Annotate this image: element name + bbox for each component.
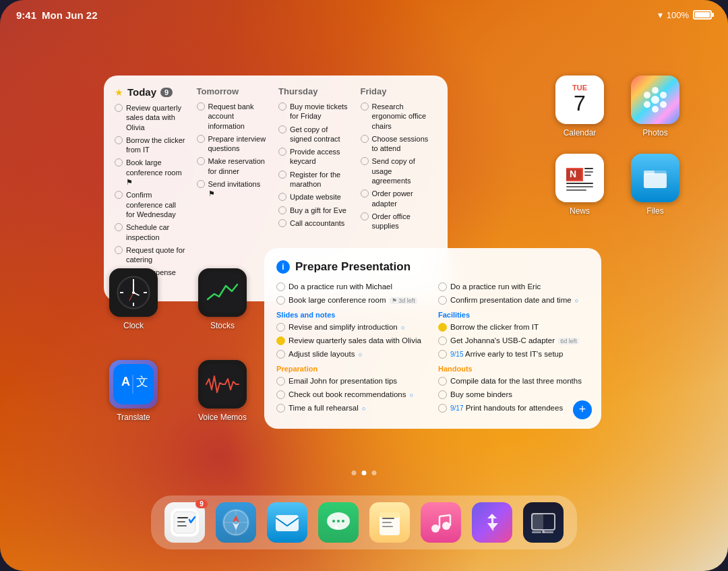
files-label: Files [646, 206, 663, 216]
list-item: Do a practice run with Eric [438, 282, 589, 292]
list-item: Order office supplies [361, 212, 432, 231]
dock: 9 [151, 495, 577, 549]
svg-rect-10 [584, 171, 593, 173]
dock-icon-omnifocus[interactable]: 9 [164, 502, 205, 543]
list-item: 9/15 Arrive early to test IT's setup [438, 349, 589, 359]
page-dot-1[interactable] [352, 471, 357, 475]
dock-icon-shortcuts[interactable] [472, 502, 512, 543]
app-icon-clock[interactable]: Clock [104, 268, 163, 330]
omnifocus-badge: 9 [195, 500, 208, 508]
svg-point-2 [660, 92, 667, 98]
list-item: Book large conference room ⚑ [115, 158, 186, 187]
handouts-section-label: Handouts [438, 365, 589, 373]
app-icon-stocks[interactable]: Stocks [193, 268, 252, 330]
svg-point-1 [652, 87, 659, 94]
calendar-icon: TUE 7 [555, 76, 604, 124]
list-item: Confirm conference call for Wednesday [115, 190, 186, 219]
status-icons: ▾ 100% [658, 9, 712, 20]
bottom-left-app-grid: Clock Stocks A 文 Translate [104, 268, 252, 422]
svg-rect-17 [644, 171, 655, 175]
today-badge: 9 [160, 88, 173, 97]
dock-icon-messages[interactable] [318, 502, 359, 543]
widget-title: Prepare Presentation [295, 260, 411, 274]
list-item: Review quarterly sales data with Olivia [276, 336, 427, 346]
voice-memos-label: Voice Memos [198, 413, 247, 422]
status-time: 9:41 [16, 9, 36, 21]
today-column: ★ Today 9 Review quarterly sales data wi… [115, 86, 191, 291]
svg-point-0 [651, 96, 659, 104]
page-dot-2[interactable] [362, 471, 367, 475]
svg-rect-53 [382, 518, 394, 519]
tomorrow-header: Tomorrow [197, 86, 268, 96]
app-icon-calendar[interactable]: TUE 7 Calendar [550, 76, 609, 138]
list-item: Check out book recommendations ○ [276, 390, 427, 400]
svg-rect-14 [566, 189, 586, 191]
app-icon-voice-memos[interactable]: Voice Memos [193, 360, 252, 422]
battery-percent: 100% [667, 10, 689, 20]
svg-point-6 [644, 92, 650, 98]
svg-point-57 [431, 524, 439, 533]
list-item: Research ergonomic office chairs [361, 102, 432, 131]
svg-point-3 [660, 101, 667, 108]
list-item: Choose sessions to attend [361, 134, 432, 154]
svg-text:文: 文 [136, 375, 148, 388]
svg-rect-38 [177, 521, 185, 522]
page-dot-3[interactable] [372, 471, 377, 475]
dock-icon-music[interactable] [421, 502, 461, 543]
voice-memos-icon [198, 360, 247, 409]
status-date: Mon Jun 22 [42, 9, 98, 21]
list-item: Send invitations ⚑ [197, 179, 268, 199]
list-item: Book large conference room ⚑ 3d left [276, 295, 427, 305]
dock-icon-mail[interactable] [267, 502, 307, 543]
app-icon-news[interactable]: N News [550, 154, 609, 216]
svg-rect-16 [644, 173, 667, 188]
app-icon-files[interactable]: Files [626, 154, 685, 216]
thursday-header: Thursday [278, 86, 350, 96]
svg-rect-54 [382, 522, 392, 523]
app-icon-translate[interactable]: A 文 Translate [104, 360, 163, 422]
facilities-section-label: Facilities [438, 311, 589, 319]
status-bar: 9:41 Mon Jun 22 ▾ 100% [0, 0, 728, 30]
svg-rect-46 [276, 515, 299, 531]
svg-rect-37 [177, 517, 188, 518]
list-item: Compile data for the last three months [438, 376, 589, 386]
top-app-grid: TUE 7 Calendar Photos [550, 76, 685, 216]
svg-rect-13 [566, 186, 593, 187]
svg-rect-12 [566, 183, 593, 184]
widget-right-column: Do a practice run with Eric Confirm pres… [438, 282, 589, 417]
tomorrow-column: Tomorrow Request bank account informatio… [191, 86, 274, 291]
svg-rect-11 [584, 175, 591, 176]
svg-rect-63 [532, 514, 543, 530]
battery-icon [693, 10, 712, 20]
list-item: Email John for presentation tips [276, 376, 427, 386]
dock-icon-splitview[interactable] [523, 502, 564, 543]
list-item: 9/17 Print handouts for attendees [438, 403, 589, 413]
photos-label: Photos [642, 128, 667, 138]
add-reminder-button[interactable]: + [573, 400, 592, 419]
ipad-frame: 9:41 Mon Jun 22 ▾ 100% ★ Today 9 Revi [0, 0, 728, 571]
list-item: Borrow the clicker from IT [115, 136, 186, 155]
svg-text:A: A [121, 375, 130, 388]
list-item: Update website [278, 192, 350, 202]
list-item: Review quarterly sales data with Olivia [115, 103, 186, 132]
list-item: Schedule car inspection [115, 222, 186, 242]
news-label: News [570, 206, 590, 216]
svg-rect-55 [382, 526, 393, 527]
list-item: Send copy of usage agreements [361, 156, 432, 185]
app-icon-photos[interactable]: Photos [626, 76, 685, 138]
dock-icon-safari[interactable] [216, 502, 256, 543]
svg-point-28 [132, 291, 135, 294]
svg-point-5 [644, 101, 650, 108]
list-item: Buy movie tickets for Friday [278, 102, 350, 121]
svg-text:N: N [570, 169, 576, 179]
clock-label: Clock [123, 321, 144, 330]
list-item: Buy some binders [438, 390, 589, 400]
list-item: Confirm presentation date and time ○ [438, 295, 589, 305]
svg-point-51 [342, 520, 344, 522]
dock-icon-notes[interactable] [369, 502, 410, 543]
list-item: Get Johanna's USB-C adapter 6d left [438, 336, 589, 346]
clock-icon [109, 268, 158, 317]
list-item: Adjust slide layouts ○ [276, 349, 427, 359]
svg-rect-9 [584, 168, 593, 169]
list-item: Revise and simplify introduction ○ [276, 322, 427, 332]
